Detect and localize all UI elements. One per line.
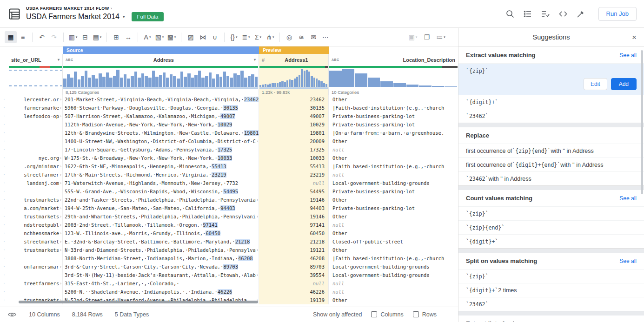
row-handle[interactable]: · (0, 221, 8, 229)
address-zip-highlight[interactable]: 55413 (212, 164, 226, 169)
rows-checkbox[interactable] (413, 311, 419, 317)
cell-address[interactable]: 194·W·25th·Avenue,·San·Mateo,·San·Mateo,… (63, 204, 259, 212)
cell-location-description[interactable]: Private·business·parking·lot (329, 120, 458, 129)
address-zip-highlight[interactable]: 10033 (218, 155, 232, 161)
breadcrumb[interactable]: USDA FARMERS MARKET 2014 FLOW› (26, 6, 164, 11)
cell-address1[interactable]: null (259, 279, 329, 288)
cell-address[interactable]: W·175·St.·&·Broadway,·New·York,·New·York… (63, 154, 259, 162)
cell-address[interactable]: E.·32nd·&·Barclay·Street,·Baltimore,·Bal… (63, 237, 259, 246)
cell-address1[interactable]: 23462 (259, 95, 329, 104)
grid-view-button[interactable]: ▦ (5, 31, 17, 43)
display-settings-button[interactable]: ≔▾ (435, 31, 447, 43)
cell-address1[interactable]: 55413 (259, 162, 329, 171)
string-type-icon[interactable]: ABC (332, 58, 339, 61)
cell-address1[interactable]: 39554 (259, 271, 329, 279)
extract-pattern-button[interactable]: {}▾ (228, 31, 240, 43)
cell-address1[interactable]: 19801 (259, 129, 329, 137)
horizontal-scrollbar[interactable] (19, 301, 258, 303)
row-handle[interactable]: · (0, 95, 8, 104)
cell-site-or-url[interactable]: lercenter.or› (8, 95, 63, 104)
cell-location-description[interactable]: Other (329, 296, 458, 304)
union-button[interactable]: ∪ (209, 31, 221, 43)
column-histogram[interactable] (329, 69, 458, 87)
address-zip-highlight[interactable]: 30135 (223, 105, 238, 111)
row-handle[interactable]: · (0, 196, 8, 204)
see-all-link[interactable]: See all (619, 195, 637, 202)
branch-button[interactable]: ⋔▾ (264, 31, 276, 43)
redo-button[interactable]: ↷ (48, 31, 60, 43)
cell-address[interactable]: 315·East·4th·St.,·Larimer,·,·Colorado,· (63, 279, 259, 288)
cell-address1[interactable]: 46208 (259, 254, 329, 263)
cell-location-description[interactable]: Local·government·building·grounds (329, 271, 458, 279)
eye-icon[interactable] (7, 311, 17, 318)
cell-address[interactable]: 112th·Madison·Avenue,·New·York,·New·York… (63, 120, 259, 129)
row-handle[interactable]: · (0, 204, 8, 212)
cell-location-description[interactable]: |On·a·farm·from:·a·barn,·a·greenhouse, (329, 129, 458, 137)
cell-location-description[interactable]: Other (329, 212, 458, 221)
columns-filter[interactable]: Columns (371, 311, 403, 318)
row-handle[interactable]: · (0, 171, 8, 179)
cell-location-description[interactable]: Private·business·parking·lot (329, 204, 458, 212)
cell-address1[interactable]: 19121 (259, 246, 329, 254)
cell-site-or-url[interactable]: streetmarket› (8, 237, 63, 246)
cell-address[interactable]: 2003·2nd·Street,·Tillamook,·Tillamook,·O… (63, 221, 259, 229)
cell-site-or-url[interactable]: streetfarmer› (8, 171, 63, 179)
suggestion-option[interactable]: `{zip}` (458, 206, 644, 220)
row-handle[interactable]: · (0, 187, 8, 196)
cell-site-or-url[interactable]: a.com/market› (8, 204, 63, 212)
cell-address1[interactable]: 49007 (259, 112, 329, 120)
suggestion-option[interactable]: `23462` with '' in Address (458, 171, 644, 185)
visualize-button[interactable]: ▧▾ (153, 31, 166, 43)
cell-location-description[interactable]: null (329, 145, 458, 154)
address-zip-highlight[interactable]: 21218 (235, 239, 250, 244)
new-column-button[interactable]: ⊞ (110, 31, 122, 43)
cell-address1[interactable]: 19139 (259, 296, 329, 304)
cell-location-description[interactable]: Other (329, 154, 458, 162)
cell-address1[interactable]: 20009 (259, 137, 329, 145)
column-histogram[interactable] (259, 69, 328, 87)
align-button[interactable]: ≣▾ (240, 31, 252, 43)
address-zip-highlight[interactable]: 54495 (223, 189, 238, 194)
row-handle[interactable]: · (0, 137, 8, 145)
cell-address[interactable]: 29th·and·Wharton·Streets,·Philadelphia,·… (63, 212, 259, 221)
cell-address1[interactable]: 30135 (259, 104, 329, 112)
number-type-icon[interactable]: # (262, 57, 265, 63)
cell-location-description[interactable]: Other (329, 246, 458, 254)
eyedropper-icon[interactable] (576, 9, 585, 19)
address-zip-highlight[interactable]: 97141 (203, 222, 218, 228)
row-handle[interactable]: · (0, 271, 8, 279)
cell-address[interactable]: 123·W.·Illinois·ave.,·Morris,·Grundy,·Il… (63, 229, 259, 237)
cell-site-or-url[interactable]: treetfarmers› (8, 279, 63, 288)
suggestion-option[interactable]: `23462` (458, 297, 644, 311)
cell-address1[interactable]: 94403 (259, 204, 329, 212)
cell-location-description[interactable]: Closed-off·public·street (329, 237, 458, 246)
nest-columns-button[interactable]: ▩▾ (166, 31, 178, 43)
row-handle[interactable]: · (0, 279, 8, 288)
cell-address[interactable]: 201·Market·Street,·Virginia·Beach,·Virgi… (63, 95, 259, 104)
address-zip-highlight[interactable]: 23462 (244, 97, 259, 102)
cell-site-or-url[interactable]: farmersmarke› (8, 104, 63, 112)
suggestion-option[interactable]: `{digit}+` (458, 95, 644, 109)
cell-address1[interactable]: 10033 (259, 154, 329, 162)
manage-columns-button[interactable]: ▥▾ (67, 31, 79, 43)
cell-address1[interactable]: null (259, 179, 329, 187)
suggestion-option[interactable]: `{digit}+` 2 times (458, 283, 644, 297)
cell-address[interactable]: 555·W.·Grand·Ave.,·Wisconsin·Rapids,·Woo… (63, 187, 259, 196)
cell-address[interactable]: 17·Lincoln·Square,·Gettysburg,·Adams,·Pe… (63, 145, 259, 154)
cell-address1[interactable]: 60450 (259, 229, 329, 237)
cell-location-description[interactable]: Other (329, 196, 458, 204)
list-icon[interactable] (523, 9, 532, 19)
address-zip-highlight[interactable]: 46208 (238, 256, 253, 261)
cell-location-description[interactable]: Other (329, 95, 458, 104)
cell-location-description[interactable]: null (329, 221, 458, 229)
row-handle[interactable]: · (0, 263, 8, 271)
row-handle[interactable]: · (0, 162, 8, 171)
cell-address[interactable]: 71·Waterwitch·Avenue,·Highlands,·Monmout… (63, 179, 259, 187)
row-handle[interactable]: · (0, 120, 8, 129)
cell-address[interactable]: 5200·N.··Shadeland·Avenue,·Indianapolis,… (63, 288, 259, 296)
cell-address1[interactable]: 10029 (259, 120, 329, 129)
row-handle[interactable]: · (0, 212, 8, 221)
profile-button[interactable]: ≋ (295, 31, 307, 43)
row-handle[interactable]: · (0, 154, 8, 162)
cell-site-or-url[interactable] (8, 120, 63, 129)
